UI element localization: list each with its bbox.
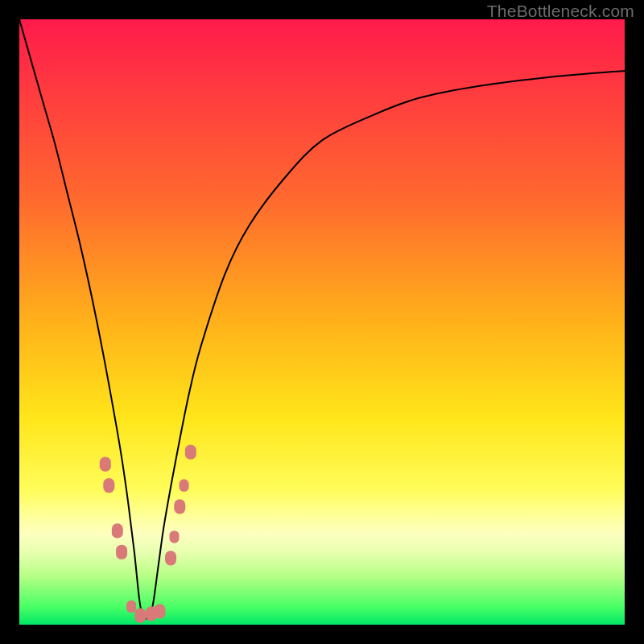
marker-point (185, 445, 196, 460)
marker-point (154, 604, 165, 618)
chart-frame: TheBottleneck.com (0, 0, 644, 644)
marker-point (116, 545, 127, 559)
watermark-label: TheBottleneck.com (487, 2, 634, 21)
curve-markers (100, 445, 196, 623)
marker-point (100, 457, 111, 472)
marker-point (174, 499, 185, 514)
marker-point (103, 478, 114, 493)
marker-point (126, 601, 136, 613)
plot-area (19, 19, 625, 625)
marker-point (134, 609, 146, 623)
bottleneck-curve (19, 19, 625, 618)
marker-point (180, 479, 189, 492)
marker-point (170, 530, 180, 543)
marker-point (112, 523, 123, 538)
marker-point (165, 551, 176, 565)
curve-layer (19, 19, 625, 625)
